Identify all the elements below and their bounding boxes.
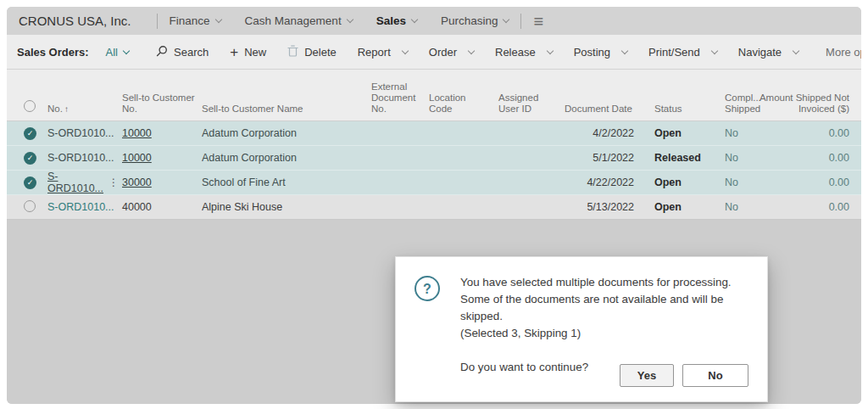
column-header-label: Sell-to Customer Name [202, 104, 303, 114]
action-search-button[interactable]: Search [156, 45, 209, 59]
search-icon [156, 45, 168, 59]
table-row[interactable]: ✓S-ORD1010...⋮30000School of Fine Art4/2… [7, 171, 861, 195]
action-delete-button[interactable]: Delete [287, 45, 337, 59]
action-button-label: Posting [574, 46, 610, 59]
cell-status: Released [641, 152, 707, 164]
nav-item-sales[interactable]: Sales [376, 14, 417, 27]
nav-item-cash-management[interactable]: Cash Management [245, 14, 353, 27]
view-filter-dropdown[interactable]: All [106, 46, 129, 59]
cell-amount-shipped-not-invoiced: 0.00 [758, 201, 861, 213]
row-select-circle[interactable] [24, 200, 36, 212]
cell-no: S-ORD1010... [47, 201, 122, 213]
column-header-no[interactable]: No.↑ [47, 104, 122, 115]
plus-icon: + [230, 45, 238, 59]
chevron-down-icon [402, 47, 409, 53]
more-options-button[interactable]: More options [826, 46, 861, 59]
select-all-circle[interactable] [24, 100, 36, 112]
action-button-label: Delete [304, 46, 337, 59]
nav-item-finance[interactable]: Finance [170, 14, 221, 27]
nav-divider [520, 14, 521, 29]
table-header-row: No.↑Sell-to Customer No.Sell-to Customer… [7, 70, 861, 121]
column-header-document-date[interactable]: Document Date [565, 104, 641, 115]
order-no-link[interactable]: S-ORD1010... [47, 171, 108, 194]
order-no-link[interactable]: S-ORD1010... [47, 127, 114, 139]
cell-document-date: 4/2/2022 [565, 127, 641, 139]
action-order-button[interactable]: Order [429, 46, 474, 59]
column-header-external-document-no[interactable]: External Document No. [371, 81, 429, 115]
customer-no-link[interactable]: 40000 [122, 201, 152, 213]
action-new-button[interactable]: +New [230, 45, 266, 59]
dialog-message: You have selected multiple documents for… [460, 274, 750, 376]
column-header-compl-shipped[interactable]: Compl... Shipped [707, 92, 758, 115]
action-button-label: Print/Send [648, 46, 700, 59]
cell-sell-to-customer-no: 40000 [122, 201, 202, 213]
table-row[interactable]: ✓S-ORD1010...10000Adatum Corporation5/1/… [7, 146, 861, 171]
company-name[interactable]: CRONUS USA, Inc. [19, 14, 131, 28]
column-header-label: Document Date [565, 104, 632, 114]
chevron-down-icon [411, 16, 418, 23]
column-header-label: Status [654, 104, 682, 114]
cell-completely-shipped: No [707, 176, 758, 188]
column-header-sell-to-customer-name[interactable]: Sell-to Customer Name [202, 104, 371, 115]
cell-document-date: 5/13/2022 [565, 201, 641, 213]
confirm-dialog: ? You have selected multiple documents f… [395, 256, 768, 402]
row-selected-check-icon[interactable]: ✓ [24, 152, 36, 165]
column-header-assigned-user-id[interactable]: Assigned User ID [498, 92, 565, 115]
chevron-down-icon [123, 47, 130, 53]
cell-sell-to-customer-no: 30000 [122, 176, 202, 188]
action-button-label: New [244, 46, 266, 59]
chevron-down-icon [214, 16, 221, 23]
cell-no: S-ORD1010... [47, 127, 122, 139]
cell-completely-shipped: No [707, 127, 758, 139]
cell-amount-shipped-not-invoiced: 0.00 [758, 127, 861, 139]
column-header-label: Compl... Shipped [725, 92, 761, 114]
action-print-send-button[interactable]: Print/Send [648, 46, 717, 59]
column-header-status[interactable]: Status [641, 104, 707, 115]
column-header-label: Assigned User ID [498, 92, 538, 114]
table-row[interactable]: ✓S-ORD1010...10000Adatum Corporation4/2/… [7, 121, 861, 146]
row-selected-check-icon[interactable]: ✓ [24, 127, 36, 140]
yes-button[interactable]: Yes [620, 364, 674, 387]
column-header-label: Amount Shipped Not Invoiced ($) [760, 92, 849, 114]
action-release-button[interactable]: Release [495, 46, 553, 59]
nav-item-label: Sales [376, 14, 406, 27]
nav-item-label: Cash Management [245, 14, 342, 27]
cell-sell-to-customer-name: School of Fine Art [202, 176, 371, 188]
list-title: Sales Orders: [17, 46, 89, 59]
cell-amount-shipped-not-invoiced: 0.00 [758, 152, 861, 164]
customer-no-link[interactable]: 10000 [122, 152, 152, 164]
cell-sell-to-customer-no: 10000 [122, 127, 202, 139]
no-button[interactable]: No [682, 364, 748, 387]
table-body: ✓S-ORD1010...10000Adatum Corporation4/2/… [7, 121, 861, 220]
table-row[interactable]: S-ORD1010...40000Alpine Ski House5/13/20… [7, 195, 861, 220]
action-report-button[interactable]: Report [358, 46, 408, 59]
action-posting-button[interactable]: Posting [574, 46, 627, 59]
customer-no-link[interactable]: 30000 [122, 176, 152, 188]
chevron-down-icon [711, 47, 718, 53]
cell-amount-shipped-not-invoiced: 0.00 [758, 176, 861, 188]
action-navigate-button[interactable]: Navigate [738, 46, 798, 59]
nav-item-purchasing[interactable]: Purchasing [441, 14, 509, 27]
cell-no: S-ORD1010... [47, 152, 122, 164]
column-header-location-code[interactable]: Location Code [429, 92, 498, 115]
dialog-body: ? You have selected multiple documents f… [396, 257, 767, 376]
nav-menu: FinanceCash ManagementSalesPurchasing [170, 14, 509, 27]
action-bar: Sales Orders: All Search+NewDeleteReport… [7, 35, 861, 70]
row-selected-check-icon[interactable]: ✓ [24, 176, 36, 189]
cell-completely-shipped: No [707, 152, 758, 164]
chevron-down-icon [503, 16, 509, 23]
customer-no-link[interactable]: 10000 [122, 127, 152, 139]
order-no-link[interactable]: S-ORD1010... [47, 152, 114, 164]
column-header-label: No. [47, 104, 63, 114]
order-no-link[interactable]: S-ORD1010... [47, 201, 114, 213]
column-header-sell-to-customer-no[interactable]: Sell-to Customer No. [122, 92, 202, 115]
column-header-amount-shipped-not-invoiced[interactable]: Amount Shipped Not Invoiced ($) [758, 92, 861, 115]
hamburger-menu-icon[interactable]: ≡ [533, 13, 543, 30]
cell-sell-to-customer-no: 10000 [122, 152, 202, 164]
cell-document-date: 4/22/2022 [565, 176, 641, 188]
row-options-icon[interactable]: ⋮ [108, 176, 119, 188]
cell-document-date: 5/1/2022 [565, 152, 641, 164]
cell-sell-to-customer-name: Alpine Ski House [202, 201, 371, 213]
action-button-label: Order [429, 46, 457, 59]
dialog-message-line: You have selected multiple documents for… [460, 274, 750, 291]
